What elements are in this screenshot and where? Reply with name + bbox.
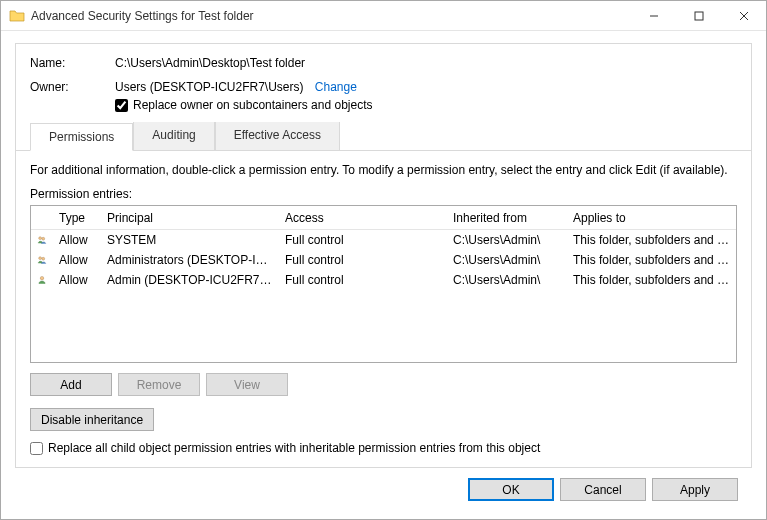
apply-button[interactable]: Apply — [652, 478, 738, 501]
remove-button[interactable]: Remove — [118, 373, 200, 396]
disable-inheritance-button[interactable]: Disable inheritance — [30, 408, 154, 431]
owner-value-line: Users (DESKTOP-ICU2FR7\Users) Change Rep… — [115, 80, 737, 112]
table-row[interactable]: AllowAdministrators (DESKTOP-ICU...Full … — [31, 250, 736, 270]
owner-label: Owner: — [30, 80, 115, 112]
replace-owner-row: Replace owner on subcontainers and objec… — [115, 98, 737, 112]
cell-applies: This folder, subfolders and files — [567, 271, 736, 289]
cell-type: Allow — [53, 271, 101, 289]
col-access-header[interactable]: Access — [279, 207, 447, 229]
cell-inherited: C:\Users\Admin\ — [447, 271, 567, 289]
cell-principal: SYSTEM — [101, 231, 279, 249]
svg-point-7 — [42, 257, 45, 260]
ok-button[interactable]: OK — [468, 478, 554, 501]
col-inherited-header[interactable]: Inherited from — [447, 207, 567, 229]
cell-applies: This folder, subfolders and files — [567, 231, 736, 249]
grid-body: AllowSYSTEMFull controlC:\Users\Admin\Th… — [31, 230, 736, 290]
folder-icon — [9, 8, 25, 24]
view-button[interactable]: View — [206, 373, 288, 396]
table-row[interactable]: AllowSYSTEMFull controlC:\Users\Admin\Th… — [31, 230, 736, 250]
svg-point-5 — [42, 237, 45, 240]
replace-owner-label: Replace owner on subcontainers and objec… — [133, 98, 372, 112]
cell-principal: Administrators (DESKTOP-ICU... — [101, 251, 279, 269]
cell-type: Allow — [53, 231, 101, 249]
cell-principal: Admin (DESKTOP-ICU2FR7\A... — [101, 271, 279, 289]
svg-point-4 — [39, 237, 42, 240]
cell-access: Full control — [279, 271, 447, 289]
table-row[interactable]: AllowAdmin (DESKTOP-ICU2FR7\A...Full con… — [31, 270, 736, 290]
owner-row: Owner: Users (DESKTOP-ICU2FR7\Users) Cha… — [30, 80, 737, 112]
col-icon-header — [31, 214, 53, 222]
cell-access: Full control — [279, 251, 447, 269]
cell-applies: This folder, subfolders and files — [567, 251, 736, 269]
footer-buttons: OK Cancel Apply — [15, 468, 752, 501]
name-label: Name: — [30, 56, 115, 70]
titlebar: Advanced Security Settings for Test fold… — [1, 1, 766, 31]
svg-point-8 — [40, 276, 44, 280]
permission-entries-grid[interactable]: Type Principal Access Inherited from App… — [30, 205, 737, 363]
principal-icon — [31, 230, 53, 250]
tabs: Permissions Auditing Effective Access — [16, 122, 751, 151]
maximize-button[interactable] — [676, 1, 721, 30]
cell-access: Full control — [279, 231, 447, 249]
description-text: For additional information, double-click… — [30, 163, 737, 177]
tab-auditing[interactable]: Auditing — [133, 122, 214, 150]
name-row: Name: C:\Users\Admin\Desktop\Test folder — [30, 56, 737, 70]
name-value: C:\Users\Admin\Desktop\Test folder — [115, 56, 737, 70]
minimize-button[interactable] — [631, 1, 676, 30]
principal-icon — [31, 250, 53, 270]
cell-inherited: C:\Users\Admin\ — [447, 231, 567, 249]
col-type-header[interactable]: Type — [53, 207, 101, 229]
grid-header-row: Type Principal Access Inherited from App… — [31, 206, 736, 230]
replace-child-checkbox[interactable] — [30, 442, 43, 455]
close-button[interactable] — [721, 1, 766, 30]
tab-effective-access[interactable]: Effective Access — [215, 122, 340, 150]
add-button[interactable]: Add — [30, 373, 112, 396]
replace-owner-checkbox[interactable] — [115, 99, 128, 112]
entry-buttons-row: Add Remove View — [30, 373, 737, 396]
owner-value: Users (DESKTOP-ICU2FR7\Users) — [115, 80, 303, 94]
principal-icon — [31, 270, 53, 290]
tab-permissions[interactable]: Permissions — [30, 123, 133, 151]
disable-inheritance-row: Disable inheritance — [30, 408, 737, 431]
replace-child-label: Replace all child object permission entr… — [48, 441, 540, 455]
replace-child-row: Replace all child object permission entr… — [30, 441, 737, 455]
svg-point-6 — [39, 257, 42, 260]
window-title: Advanced Security Settings for Test fold… — [31, 9, 631, 23]
svg-rect-1 — [695, 12, 703, 20]
col-principal-header[interactable]: Principal — [101, 207, 279, 229]
content-area: Name: C:\Users\Admin\Desktop\Test folder… — [1, 31, 766, 511]
cancel-button[interactable]: Cancel — [560, 478, 646, 501]
cell-type: Allow — [53, 251, 101, 269]
change-owner-link[interactable]: Change — [315, 80, 357, 94]
cell-inherited: C:\Users\Admin\ — [447, 251, 567, 269]
permission-entries-label: Permission entries: — [30, 187, 737, 201]
content-panel: Name: C:\Users\Admin\Desktop\Test folder… — [15, 43, 752, 468]
col-applies-header[interactable]: Applies to — [567, 207, 736, 229]
window-controls — [631, 1, 766, 30]
